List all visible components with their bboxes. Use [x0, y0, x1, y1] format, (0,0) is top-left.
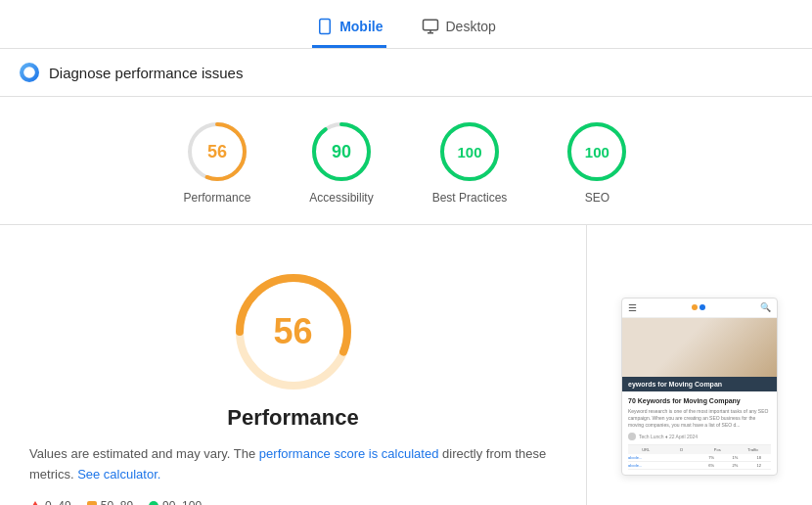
legend-good: 90–100 [149, 499, 202, 505]
phone-col-3: Traffic [736, 447, 772, 452]
phone-row-link-2: abcde... [628, 463, 699, 468]
legend-poor-label: 0–49 [45, 499, 71, 505]
phone-table: URL D Pos Traffic abcde... 7% 1% 18 abcd… [628, 444, 771, 470]
score-label-best-practices: Best Practices [432, 191, 508, 205]
mobile-icon [316, 18, 334, 35]
phone-logo [692, 304, 705, 310]
score-label-accessibility: Accessibility [309, 191, 373, 205]
tab-desktop[interactable]: Desktop [418, 10, 499, 48]
phone-table-header: URL D Pos Traffic [628, 445, 771, 454]
performance-description: Values are estimated and may vary. The p… [29, 444, 557, 485]
score-accessibility[interactable]: 90 Accessibility [309, 120, 373, 205]
phone-row-pos-2: 2% [723, 463, 746, 468]
main-content: 56 Performance Values are estimated and … [0, 225, 812, 505]
legend-row: 0–49 50–89 90–100 [29, 499, 557, 505]
tab-bar: Mobile Desktop [0, 0, 812, 49]
phone-col-1: D [664, 447, 700, 452]
phone-logo-dot-blue [699, 304, 705, 310]
score-value-accessibility: 90 [332, 142, 351, 162]
tab-mobile-label: Mobile [339, 19, 383, 34]
phone-avatar [628, 433, 636, 440]
legend-average: 50–89 [87, 499, 133, 505]
big-score-circle: 56 [230, 268, 357, 395]
phone-banner: eywords for Moving Compan [622, 377, 777, 391]
score-circle-seo: 100 [565, 120, 628, 183]
perf-desc-text: Values are estimated and may vary. The [29, 446, 255, 461]
left-panel: 56 Performance Values are estimated and … [0, 225, 587, 505]
diagnose-title: Diagnose performance issues [49, 65, 243, 81]
score-value-seo: 100 [585, 144, 609, 161]
scores-row: 56 Performance 90 Accessibility 100 Best… [0, 97, 812, 225]
legend-good-label: 90–100 [162, 499, 202, 505]
phone-top-bar: ☰ 🔍 [622, 298, 777, 318]
score-circle-accessibility: 90 [310, 120, 373, 183]
phone-row-d-1: 7% [699, 455, 723, 460]
phone-author: Tech Lunch ♦ 22 April 2024 [628, 433, 771, 440]
phone-row-pos-1: 1% [723, 455, 746, 460]
score-label-seo: SEO [585, 191, 609, 205]
phone-content: 70 Keywords for Moving Company Keyword r… [622, 391, 777, 475]
diagnose-bar: Diagnose performance issues [0, 49, 812, 97]
tab-mobile[interactable]: Mobile [312, 10, 386, 48]
phone-row-traffic-1: 18 [747, 455, 771, 460]
phone-sub-text: Keyword research is one of the most impo… [628, 408, 771, 429]
phone-menu-icon: ☰ [628, 302, 637, 313]
phone-row-link-1: abcde... [628, 455, 699, 460]
right-panel: ☰ 🔍 eywords for Moving Compan 70 Keyword… [587, 225, 812, 505]
phone-col-2: Pos [699, 447, 736, 452]
perf-score-link[interactable]: performance score is calculated [259, 446, 439, 461]
score-circle-best-practices: 100 [438, 120, 501, 183]
score-seo[interactable]: 100 SEO [565, 120, 628, 205]
score-performance[interactable]: 56 Performance [184, 120, 251, 205]
desktop-icon [422, 18, 439, 35]
phone-main-title: 70 Keywords for Moving Company [628, 396, 771, 405]
phone-table-row-1: abcde... 7% 1% 18 [628, 454, 771, 462]
phone-table-row-2: abcde... 6% 2% 12 [628, 462, 771, 470]
score-circle-performance: 56 [186, 120, 248, 183]
legend-poor-icon [29, 501, 41, 505]
phone-banner-text: eywords for Moving Compan [628, 381, 722, 388]
perf-calculator-link[interactable]: See calculator. [77, 467, 160, 482]
big-score-number: 56 [273, 311, 312, 352]
legend-average-icon [87, 501, 97, 505]
legend-average-label: 50–89 [101, 499, 133, 505]
diagnose-icon [20, 63, 39, 82]
phone-author-text: Tech Lunch ♦ 22 April 2024 [639, 434, 698, 439]
phone-col-link: URL [628, 447, 664, 452]
phone-preview: ☰ 🔍 eywords for Moving Compan 70 Keyword… [621, 298, 778, 476]
score-best-practices[interactable]: 100 Best Practices [432, 120, 508, 205]
phone-logo-dot-orange [692, 304, 698, 310]
performance-title: Performance [29, 405, 557, 431]
legend-good-icon [149, 501, 158, 505]
svg-rect-2 [424, 20, 438, 30]
phone-search-icon: 🔍 [760, 302, 771, 312]
score-value-best-practices: 100 [458, 144, 482, 161]
score-label-performance: Performance [184, 191, 251, 205]
tab-desktop-label: Desktop [445, 19, 495, 34]
svg-point-5 [23, 67, 35, 78]
phone-hero [622, 318, 777, 377]
phone-row-d-2: 6% [699, 463, 723, 468]
legend-poor: 0–49 [29, 499, 71, 505]
phone-hero-image [622, 318, 777, 377]
score-value-performance: 56 [207, 142, 227, 162]
phone-row-traffic-2: 12 [747, 463, 771, 468]
